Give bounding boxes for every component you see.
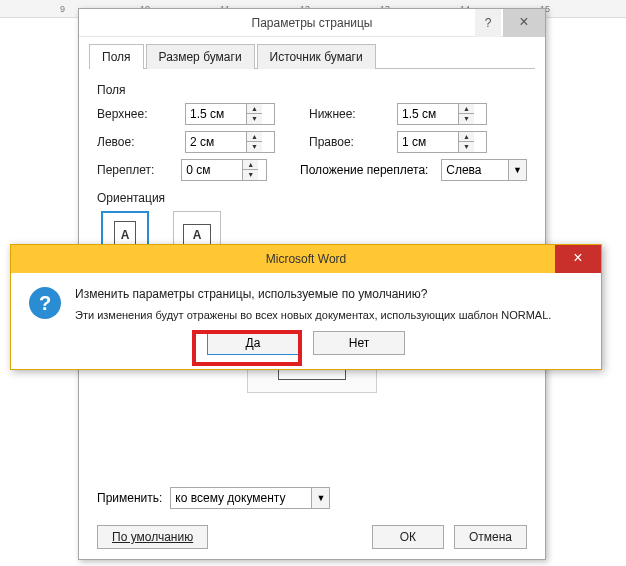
help-button[interactable]: ? <box>475 9 501 37</box>
gutter-position-select[interactable]: Слева ▼ <box>441 159 527 181</box>
set-default-button[interactable]: По умолчанию <box>97 525 208 549</box>
bottom-margin-label: Нижнее: <box>309 107 389 121</box>
confirm-close-button[interactable]: × <box>555 245 601 273</box>
right-margin-input[interactable] <box>398 132 458 152</box>
gutter-position-label: Положение переплета: <box>300 163 433 177</box>
question-icon: ? <box>29 287 61 319</box>
spin-up-icon[interactable]: ▲ <box>247 132 262 142</box>
spin-up-icon[interactable]: ▲ <box>459 104 474 114</box>
spin-down-icon[interactable]: ▼ <box>247 114 262 124</box>
left-margin-input[interactable] <box>186 132 246 152</box>
right-margin-label: Правое: <box>309 135 389 149</box>
tabs: Поля Размер бумаги Источник бумаги <box>89 43 535 69</box>
tab-paper-size[interactable]: Размер бумаги <box>146 44 255 69</box>
top-margin-input[interactable] <box>186 104 246 124</box>
left-margin-label: Левое: <box>97 135 177 149</box>
confirm-dialog: Microsoft Word × ? Изменить параметры ст… <box>10 244 602 370</box>
spin-down-icon[interactable]: ▼ <box>459 142 474 152</box>
gutter-input[interactable] <box>182 160 242 180</box>
bottom-margin-input[interactable] <box>398 104 458 124</box>
spin-up-icon[interactable]: ▲ <box>243 160 258 170</box>
spin-down-icon[interactable]: ▼ <box>459 114 474 124</box>
close-button[interactable]: × <box>503 9 545 37</box>
top-margin-spinner[interactable]: ▲▼ <box>185 103 275 125</box>
gutter-label: Переплет: <box>97 163 173 177</box>
confirm-title: Microsoft Word <box>11 245 601 273</box>
landscape-page-icon: A <box>183 224 211 246</box>
spin-up-icon[interactable]: ▲ <box>459 132 474 142</box>
left-margin-spinner[interactable]: ▲▼ <box>185 131 275 153</box>
bottom-margin-spinner[interactable]: ▲▼ <box>397 103 487 125</box>
ok-button[interactable]: ОК <box>372 525 444 549</box>
top-margin-label: Верхнее: <box>97 107 177 121</box>
apply-to-value: ко всему документу <box>171 491 311 505</box>
no-button[interactable]: Нет <box>313 331 405 355</box>
apply-to-label: Применить: <box>97 491 162 505</box>
cancel-button[interactable]: Отмена <box>454 525 527 549</box>
group-orientation-label: Ориентация <box>97 191 527 205</box>
titlebar: Параметры страницы ? × <box>79 9 545 37</box>
apply-to-select[interactable]: ко всему документу ▼ <box>170 487 330 509</box>
spin-up-icon[interactable]: ▲ <box>247 104 262 114</box>
confirm-titlebar: Microsoft Word × <box>11 245 601 273</box>
group-margins-label: Поля <box>97 83 527 97</box>
right-margin-spinner[interactable]: ▲▼ <box>397 131 487 153</box>
tab-margins[interactable]: Поля <box>89 44 144 69</box>
gutter-position-value: Слева <box>442 163 508 177</box>
yes-button[interactable]: Да <box>207 331 299 355</box>
gutter-spinner[interactable]: ▲▼ <box>181 159 267 181</box>
chevron-down-icon: ▼ <box>311 488 329 508</box>
confirm-message: Изменить параметры страницы, используемы… <box>75 287 551 321</box>
spin-down-icon[interactable]: ▼ <box>247 142 262 152</box>
spin-down-icon[interactable]: ▼ <box>243 170 258 180</box>
tab-paper-source[interactable]: Источник бумаги <box>257 44 376 69</box>
chevron-down-icon: ▼ <box>508 160 526 180</box>
